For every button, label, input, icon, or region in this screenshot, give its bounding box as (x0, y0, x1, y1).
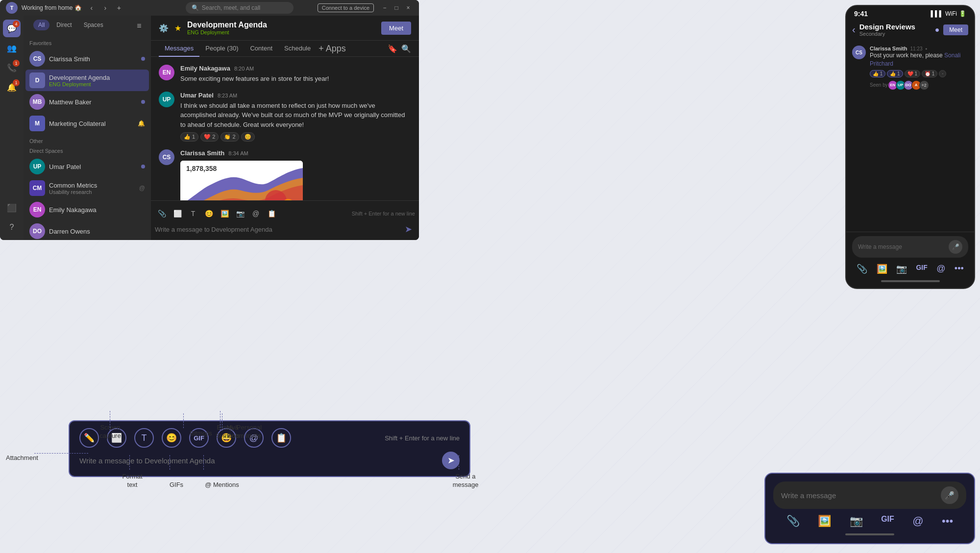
back-button[interactable]: ‹ (86, 2, 98, 14)
unread-clarissa (141, 57, 145, 61)
phone-reaction-2[interactable]: 👍 1 (887, 70, 903, 77)
chat-name-matthew: Matthew Baker (49, 98, 137, 106)
zc-tool-mention[interactable]: @ (912, 515, 923, 528)
phone-status-icon[interactable]: ● (935, 25, 940, 34)
zoomed-format[interactable]: T (134, 428, 154, 448)
activity-apps[interactable]: ⬛ (3, 199, 21, 216)
line-personal-room (222, 413, 222, 431)
new-window-button[interactable]: + (113, 2, 125, 14)
forward-button[interactable]: › (99, 2, 111, 14)
bookmark-icon[interactable]: 🔖 (388, 44, 397, 53)
sidebar-item-emily[interactable]: EN Emily Nakagawa (25, 199, 149, 220)
activity-calls[interactable]: 📞 1 (3, 59, 21, 76)
meet-button[interactable]: Meet (381, 22, 411, 35)
zc-tool-image[interactable]: 🖼️ (818, 515, 831, 528)
reaction-thumbs[interactable]: 👍 1 (180, 132, 198, 142)
close-button[interactable]: × (403, 3, 413, 13)
sidebar-item-matthew[interactable]: MB Matthew Baker (25, 91, 149, 113)
phone-mic-button[interactable]: 🎤 (949, 240, 962, 254)
zoomed-input[interactable] (79, 455, 442, 467)
phone-tool-gif[interactable]: GIF (916, 264, 927, 274)
phone-tool-attach[interactable]: 📎 (857, 264, 867, 274)
zc-tool-camera[interactable]: 📷 (850, 515, 863, 528)
activity-badge: 1 (13, 79, 20, 86)
tab-all[interactable]: All (33, 20, 49, 30)
activity-help[interactable]: ? (3, 218, 21, 236)
zc-tool-attach[interactable]: 📎 (786, 515, 800, 528)
activity-teams[interactable]: 👥 (3, 39, 21, 57)
search-tab-icon[interactable]: 🔍 (401, 44, 411, 53)
zoomed-send-button[interactable]: ➤ (442, 452, 460, 469)
phone-reaction-5[interactable]: · (939, 70, 946, 77)
reaction-smile[interactable]: 😊 (241, 132, 255, 142)
sidebar-menu-button[interactable]: ≡ (133, 20, 145, 32)
section-favorites: Favorites (25, 36, 149, 48)
phone-tool-camera[interactable]: 📷 (896, 264, 907, 274)
chat-name-dev-agenda: Development Agenda (49, 74, 145, 81)
phone-tool-more[interactable]: ••• (955, 264, 964, 274)
phone-meet-button[interactable]: Meet (943, 24, 968, 35)
connect-device-button[interactable]: Connect to a device (318, 3, 374, 12)
sidebar-item-darren[interactable]: DO Darren Owens (25, 220, 149, 240)
sidebar-item-umar[interactable]: UP Umar Patel (25, 156, 149, 177)
search-placeholder: Search, meet, and call (202, 4, 260, 11)
activity-chat[interactable]: 💬 4 (3, 20, 21, 37)
phone-link-sonali[interactable]: Sonali Pritchard (870, 52, 960, 67)
settings-icon[interactable]: ⚙️ (159, 24, 169, 33)
composer-mention[interactable]: @ (249, 207, 263, 220)
reaction-clap[interactable]: 👏 2 (220, 132, 239, 142)
zc-tool-more[interactable]: ••• (942, 515, 953, 528)
label-personal-room: My PersonalRoom Invite (217, 424, 271, 440)
phone-back-button[interactable]: ‹ (852, 24, 856, 35)
tab-schedule[interactable]: Schedule (278, 41, 317, 57)
zoomed-apps[interactable]: 📋 (271, 428, 291, 448)
zc-tool-gif[interactable]: GIF (881, 515, 894, 528)
tab-spaces[interactable]: Spaces (79, 20, 108, 30)
chat-name-emily: Emily Nakagawa (49, 206, 145, 214)
tab-messages[interactable]: Messages (159, 41, 199, 57)
label-mentions: @ Mentions (200, 481, 244, 489)
tab-people[interactable]: People (30) (199, 41, 244, 57)
phone-tool-image[interactable]: 🖼️ (877, 264, 887, 274)
composer-format[interactable]: T (186, 207, 200, 220)
zoomed-emoji[interactable]: 😊 (162, 428, 181, 448)
msg-avatar-emily: EN (159, 65, 174, 80)
msg-avatar-umar: UP (159, 92, 174, 107)
tab-direct[interactable]: Direct (51, 20, 76, 30)
chat-info-emily: Emily Nakagawa (49, 206, 145, 214)
sidebar-list: Favorites CS Clarissa Smith D Developmen… (24, 36, 151, 240)
phone-input-area[interactable]: Write a message 🎤 (852, 236, 968, 258)
sidebar-item-common-metrics[interactable]: CM Common Metrics Usability research @ (25, 177, 149, 199)
add-tab-button[interactable]: + Apps (317, 42, 348, 56)
sidebar-item-marketing[interactable]: M Marketing Collateral 🔔 (25, 113, 149, 134)
reaction-heart[interactable]: ❤️ 2 (200, 132, 219, 142)
composer-apps[interactable]: 📋 (265, 207, 278, 220)
composer-media[interactable]: ⬜ (171, 207, 184, 220)
maximize-button[interactable]: □ (392, 3, 401, 13)
composer-camera[interactable]: 📷 (233, 207, 247, 220)
composer-emoji[interactable]: 😊 (202, 207, 216, 220)
chat-info-marketing: Marketing Collateral (49, 120, 134, 127)
tab-content[interactable]: Content (244, 41, 278, 57)
composer-input[interactable] (155, 224, 397, 235)
phone-msg-delivered: ▪ (925, 46, 927, 51)
activity-activity[interactable]: 🔔 1 (3, 78, 21, 96)
phone-reactions: 👍 1 👍 1 ❤️ 1 ⏰ 1 · (870, 70, 968, 77)
sidebar-item-clarissa[interactable]: CS Clarissa Smith (25, 48, 149, 70)
minimize-button[interactable]: − (380, 3, 390, 13)
chat-info-matthew: Matthew Baker (49, 98, 137, 106)
zoomed-card-mic[interactable]: 🎤 (941, 486, 958, 504)
avatar-common-metrics: CM (29, 180, 45, 196)
composer-image[interactable]: 🖼️ (218, 207, 231, 220)
phone-tool-mention[interactable]: @ (936, 264, 945, 274)
zoomed-card-input[interactable] (781, 491, 937, 500)
zoomed-card-input-row[interactable]: 🎤 (773, 481, 966, 509)
phone-reaction-1[interactable]: 👍 1 (870, 70, 885, 77)
sidebar-item-dev-agenda[interactable]: D Development Agenda ENG Deployment (25, 70, 149, 91)
send-button[interactable]: ➤ (401, 222, 415, 236)
search-bar[interactable]: 🔍 Search, meet, and call (186, 2, 294, 14)
phone-reaction-3[interactable]: ❤️ 1 (905, 70, 920, 77)
phone-reaction-4[interactable]: ⏰ 1 (922, 70, 937, 77)
star-icon[interactable]: ★ (174, 24, 181, 33)
composer-attach[interactable]: 📎 (155, 207, 169, 220)
